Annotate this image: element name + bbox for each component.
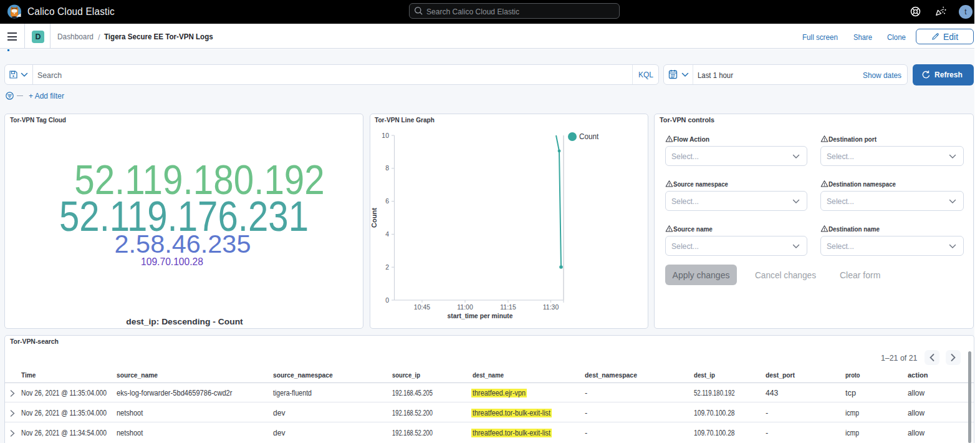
svg-text:8: 8 <box>385 164 389 172</box>
svg-text:start_time per minute: start_time per minute <box>448 312 513 319</box>
svg-text:2: 2 <box>385 263 389 271</box>
svg-text:11:00: 11:00 <box>457 303 473 311</box>
svg-text:6: 6 <box>385 197 389 205</box>
svg-text:10: 10 <box>382 132 389 139</box>
svg-text:Count: Count <box>579 132 599 141</box>
svg-text:0: 0 <box>385 296 389 304</box>
svg-text:11:15: 11:15 <box>500 303 516 311</box>
svg-text:10:45: 10:45 <box>414 303 430 311</box>
svg-text:Count: Count <box>370 208 378 228</box>
svg-text:11:30: 11:30 <box>543 303 559 311</box>
svg-text:4: 4 <box>385 230 389 238</box>
